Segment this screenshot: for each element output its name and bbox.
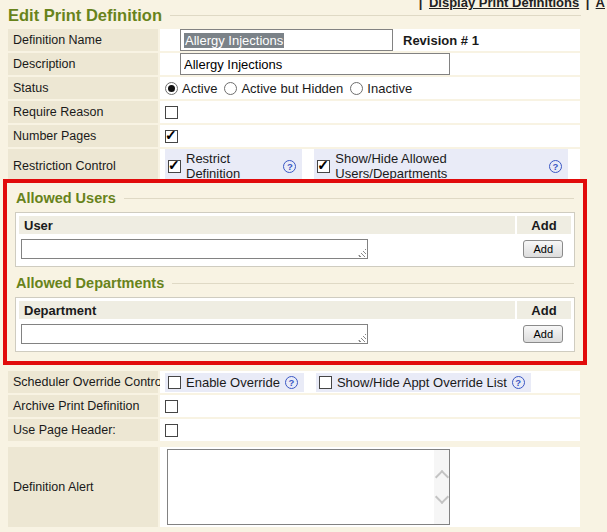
require-reason-row: Require Reason xyxy=(8,101,580,123)
scroll-up-icon[interactable] xyxy=(435,470,449,484)
resize-grip-icon[interactable] xyxy=(357,248,366,257)
restrict-definition-label: Restrict Definition xyxy=(186,151,278,181)
definition-name-input[interactable]: Allergy Injections xyxy=(180,29,393,51)
header-links: | Display Print Definitions | A xyxy=(416,0,605,10)
allowed-departments-heading: Allowed Departments xyxy=(16,275,164,291)
help-icon[interactable]: ? xyxy=(285,376,298,389)
status-option-active-but-hidden[interactable]: Active but Hidden xyxy=(224,81,343,96)
show-hide-appt-checkbox[interactable] xyxy=(319,376,332,389)
radio-active-but-hidden[interactable] xyxy=(224,82,237,95)
definition-name-value: Allergy Injections xyxy=(184,33,284,48)
show-hide-users-label: Show/Hide Allowed Users/Departments xyxy=(335,151,544,181)
display-print-definitions-link[interactable]: Display Print Definitions xyxy=(429,0,579,10)
help-icon[interactable]: ? xyxy=(283,160,296,173)
department-add-column-header: Add xyxy=(517,301,571,319)
radio-active-label: Active xyxy=(182,81,217,96)
allowed-users-heading: Allowed Users xyxy=(16,190,116,206)
archive-row: Archive Print Definition xyxy=(8,395,580,417)
show-hide-users-group: Show/Hide Allowed Users/Departments ? xyxy=(314,149,568,183)
definition-name-row: Definition Name Allergy Injections Revis… xyxy=(8,29,580,51)
revision-number: Revision # 1 xyxy=(403,33,479,48)
department-input[interactable] xyxy=(21,324,368,344)
scroll-down-icon[interactable] xyxy=(435,490,449,504)
require-reason-checkbox[interactable] xyxy=(165,106,178,119)
archive-checkbox[interactable] xyxy=(165,400,178,413)
resize-grip-icon[interactable] xyxy=(357,333,366,342)
number-pages-checkbox[interactable] xyxy=(165,130,178,143)
radio-inactive[interactable] xyxy=(350,82,363,95)
restriction-control-row: Restriction Control Restrict Definition … xyxy=(8,149,580,183)
restrict-definition-group: Restrict Definition ? xyxy=(165,149,302,183)
use-page-header-checkbox[interactable] xyxy=(165,424,178,437)
help-icon[interactable]: ? xyxy=(512,376,525,389)
enable-override-group: Enable Override ? xyxy=(165,373,304,392)
use-page-header-label: Use Page Header: xyxy=(8,419,158,441)
description-input[interactable] xyxy=(180,53,450,75)
restriction-control-label: Restriction Control xyxy=(8,149,158,183)
scheduler-override-row: Scheduler Override Control Enable Overri… xyxy=(8,371,580,393)
status-label: Status xyxy=(8,77,158,99)
show-hide-users-checkbox[interactable] xyxy=(317,160,330,173)
definition-alert-label: Definition Alert xyxy=(8,447,158,527)
partial-link[interactable]: A xyxy=(596,0,605,10)
user-column-header: User xyxy=(19,216,515,234)
add-department-button[interactable]: Add xyxy=(523,325,563,343)
allowed-access-alert-box: Allowed Users User Add Add Allowed Depar… xyxy=(3,179,587,365)
lower-form: Scheduler Override Control Enable Overri… xyxy=(8,371,580,527)
scrollbar[interactable] xyxy=(434,450,449,524)
allowed-departments-heading-bar: Allowed Departments xyxy=(16,273,574,293)
title-rule xyxy=(170,15,581,16)
number-pages-label: Number Pages xyxy=(8,125,158,147)
enable-override-checkbox[interactable] xyxy=(168,376,181,389)
link-separator: | xyxy=(419,0,423,10)
allowed-users-heading-bar: Allowed Users xyxy=(16,188,574,208)
user-add-column-header: Add xyxy=(517,216,571,234)
edit-form: Definition Name Allergy Injections Revis… xyxy=(8,29,580,183)
department-column-header: Department xyxy=(19,301,515,319)
page-title: Edit Print Definition xyxy=(8,6,162,25)
heading-rule xyxy=(124,198,574,199)
definition-alert-textarea[interactable] xyxy=(167,449,450,525)
enable-override-label: Enable Override xyxy=(186,375,280,390)
definition-name-label: Definition Name xyxy=(8,29,158,51)
status-row: Status Active Active but Hidden Inactive xyxy=(8,77,580,99)
add-user-button[interactable]: Add xyxy=(523,240,563,258)
user-input[interactable] xyxy=(21,239,368,259)
number-pages-row: Number Pages xyxy=(8,125,580,147)
description-label: Description xyxy=(8,53,158,75)
radio-inactive-label: Inactive xyxy=(367,81,412,96)
help-icon[interactable]: ? xyxy=(549,160,562,173)
heading-rule xyxy=(172,283,574,284)
radio-active-but-hidden-label: Active but Hidden xyxy=(241,81,343,96)
use-page-header-row: Use Page Header: xyxy=(8,419,580,441)
status-option-inactive[interactable]: Inactive xyxy=(350,81,412,96)
scheduler-override-label: Scheduler Override Control xyxy=(8,371,158,393)
link-separator: | xyxy=(586,0,590,10)
archive-label: Archive Print Definition xyxy=(8,395,158,417)
description-row: Description xyxy=(8,53,580,75)
allowed-users-panel: User Add Add xyxy=(15,212,575,267)
allowed-departments-panel: Department Add Add xyxy=(15,297,575,352)
definition-alert-row: Definition Alert xyxy=(8,447,580,527)
show-hide-appt-group: Show/Hide Appt Override List ? xyxy=(316,373,531,392)
show-hide-appt-label: Show/Hide Appt Override List xyxy=(337,375,507,390)
require-reason-label: Require Reason xyxy=(8,101,158,123)
radio-active[interactable] xyxy=(165,82,178,95)
status-option-active[interactable]: Active xyxy=(165,81,217,96)
restrict-definition-checkbox[interactable] xyxy=(168,160,181,173)
